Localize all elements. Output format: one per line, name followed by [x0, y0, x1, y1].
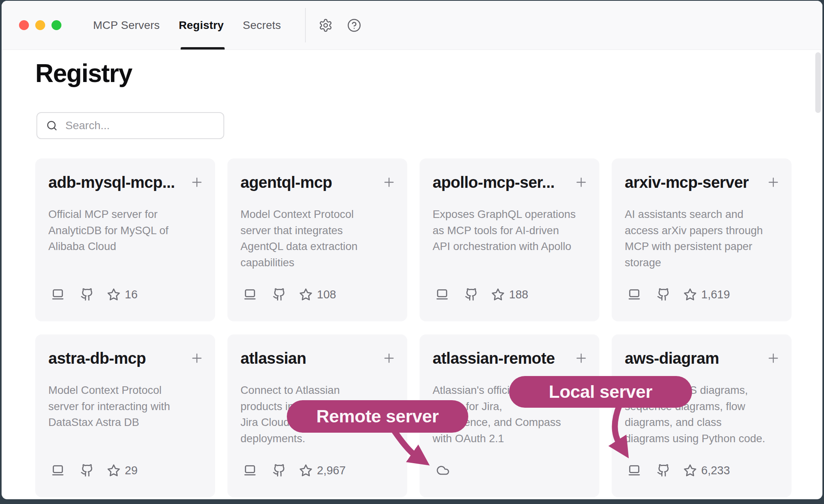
star-count: 2,967: [317, 464, 346, 477]
traffic-lights: [19, 20, 61, 30]
tab-mcp-servers[interactable]: MCP Servers: [93, 19, 160, 32]
github-icon: [273, 464, 286, 477]
card-footer: 188: [435, 288, 528, 301]
server-name: apollo-mcp-ser...: [433, 173, 555, 191]
star-icon: [107, 288, 120, 301]
server-card-astra-db-mcp[interactable]: astra-db-mcp Model Context Protocol serv…: [35, 334, 215, 497]
star-count: 16: [125, 288, 137, 301]
cloud-icon: [435, 464, 450, 477]
titlebar: MCP Servers Registry Secrets: [2, 1, 822, 50]
card-footer: 2,967: [243, 464, 346, 477]
server-name: atlassian: [240, 349, 306, 367]
github-icon: [273, 288, 286, 301]
local-server-callout: Local server: [509, 376, 692, 408]
minimize-window-button[interactable]: [35, 20, 45, 30]
add-server-button[interactable]: [766, 351, 780, 365]
card-footer: 108: [243, 288, 336, 301]
laptop-icon: [628, 288, 641, 301]
server-name: aws-diagram: [625, 349, 719, 367]
server-card-grid: adb-mysql-mcp... Official MCP server for…: [35, 158, 792, 497]
laptop-icon: [51, 288, 65, 301]
star-icon: [299, 464, 313, 477]
star-count: 29: [125, 464, 137, 477]
add-server-button[interactable]: [574, 175, 588, 189]
star-icon: [107, 464, 120, 477]
tab-secrets[interactable]: Secrets: [243, 19, 281, 32]
server-card-adb-mysql-mcp[interactable]: adb-mysql-mcp... Official MCP server for…: [35, 158, 215, 321]
star-count: 1,619: [701, 288, 730, 301]
star-count: 188: [509, 288, 528, 301]
gear-icon: [319, 18, 333, 32]
plus-icon: [190, 175, 204, 189]
laptop-icon: [51, 464, 65, 477]
star-icon: [491, 288, 505, 301]
vertical-scrollbar-thumb[interactable]: [815, 52, 821, 113]
app-window: MCP Servers Registry Secrets Registry ad…: [2, 1, 822, 499]
card-footer: [435, 464, 450, 477]
server-description: AI assistants search and access arXiv pa…: [625, 206, 789, 271]
star-icon: [683, 288, 697, 301]
card-footer: 29: [51, 464, 137, 477]
card-footer: 1,619: [628, 288, 730, 301]
search-box: [36, 112, 224, 139]
github-icon: [465, 288, 478, 301]
card-footer: 6,233: [628, 464, 730, 477]
laptop-icon: [435, 288, 449, 301]
star-icon: [299, 288, 313, 301]
star-count: 108: [317, 288, 336, 301]
star-icon: [683, 464, 697, 477]
active-tab-indicator: [181, 47, 225, 50]
laptop-icon: [628, 464, 641, 477]
main-tabs: MCP Servers Registry Secrets: [93, 1, 281, 50]
github-icon: [657, 464, 670, 477]
card-footer: 16: [51, 288, 137, 301]
server-card-arxiv-mcp-server[interactable]: arxiv-mcp-server AI assistants search an…: [612, 158, 792, 321]
server-name: atlassian-remote: [433, 349, 555, 367]
server-description: Model Context Protocol server for intera…: [48, 382, 213, 431]
server-name: agentql-mcp: [240, 173, 332, 191]
add-server-button[interactable]: [766, 175, 780, 189]
header-divider: [305, 8, 306, 42]
server-description: Exposes GraphQL operations as MCP tools …: [433, 206, 597, 255]
plus-icon: [574, 175, 588, 189]
help-button[interactable]: [347, 18, 361, 32]
laptop-icon: [243, 288, 257, 301]
plus-icon: [766, 351, 780, 365]
server-card-apollo-mcp-server[interactable]: apollo-mcp-ser... Exposes GraphQL operat…: [420, 158, 599, 321]
add-server-button[interactable]: [190, 351, 204, 365]
close-window-button[interactable]: [19, 20, 29, 30]
server-card-agentql-mcp[interactable]: agentql-mcp Model Context Protocol serve…: [227, 158, 407, 321]
server-name: adb-mysql-mcp...: [48, 173, 175, 191]
add-server-button[interactable]: [574, 351, 588, 365]
star-count: 6,233: [701, 464, 730, 477]
tab-registry[interactable]: Registry: [179, 19, 224, 32]
github-icon: [80, 464, 94, 477]
page-title: Registry: [35, 59, 132, 88]
search-input[interactable]: [65, 119, 217, 132]
server-name: arxiv-mcp-server: [625, 173, 749, 191]
add-server-button[interactable]: [382, 351, 396, 365]
search-icon: [46, 120, 58, 132]
zoom-window-button[interactable]: [52, 20, 61, 30]
server-description: Official MCP server for AnalyticDB for M…: [48, 206, 213, 255]
server-card-aws-diagram[interactable]: aws-diagram Generate AWS diagrams, seque…: [612, 334, 792, 497]
server-name: astra-db-mcp: [48, 349, 146, 367]
plus-icon: [382, 175, 396, 189]
github-icon: [80, 288, 94, 301]
server-description: Model Context Protocol server that integ…: [240, 206, 405, 271]
add-server-button[interactable]: [190, 175, 204, 189]
github-icon: [657, 288, 670, 301]
plus-icon: [574, 351, 588, 365]
plus-icon: [190, 351, 204, 365]
plus-icon: [766, 175, 780, 189]
remote-server-callout: Remote server: [287, 400, 468, 433]
laptop-icon: [243, 464, 257, 477]
plus-icon: [382, 351, 396, 365]
add-server-button[interactable]: [382, 175, 396, 189]
help-icon: [347, 18, 361, 32]
settings-button[interactable]: [319, 18, 333, 32]
